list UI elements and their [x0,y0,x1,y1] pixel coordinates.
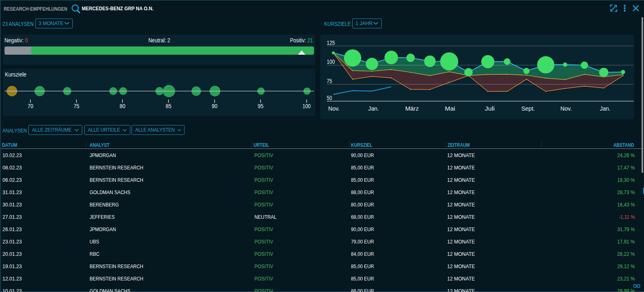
svg-text:75: 75 [74,103,79,109]
svg-text:März: März [405,105,419,112]
svg-text:Jan.: Jan. [600,105,611,112]
svg-text:100: 100 [302,103,311,109]
svg-text:90: 90 [212,103,217,109]
svg-text:Nov.: Nov. [561,105,572,112]
svg-text:70: 70 [28,103,33,109]
svg-text:80: 80 [120,103,125,109]
svg-text:50: 50 [327,95,332,101]
svg-text:Nov.: Nov. [328,105,340,112]
svg-text:Sept.: Sept. [522,105,535,112]
svg-text:125: 125 [327,39,335,46]
svg-text:Jan.: Jan. [368,105,379,112]
svg-text:100: 100 [327,58,335,65]
svg-text:85: 85 [166,103,171,109]
svg-text:75: 75 [327,78,332,84]
svg-text:Mai: Mai [445,105,455,112]
svg-text:95: 95 [258,103,263,109]
svg-text:Juli: Juli [485,105,495,112]
